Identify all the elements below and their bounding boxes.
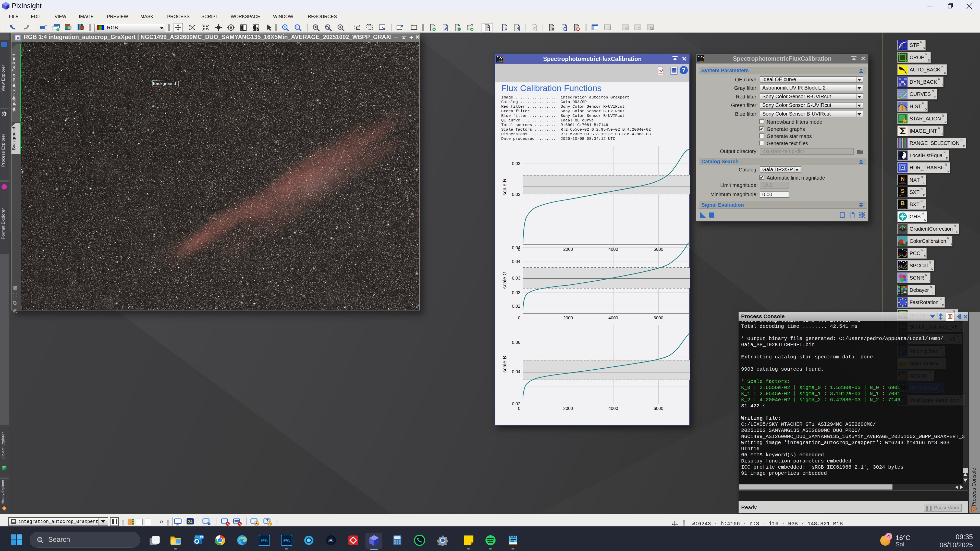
- svg-text:Ps: Ps: [261, 537, 268, 543]
- svg-text:0.04: 0.04: [512, 259, 520, 264]
- svg-text:scale R: scale R: [502, 179, 508, 196]
- svg-text:XTerminator: XTerminator: [899, 183, 906, 184]
- svg-text:6000: 6000: [654, 316, 663, 321]
- svg-text:scale G: scale G: [502, 272, 508, 289]
- svg-text:0.03: 0.03: [512, 276, 520, 281]
- svg-text:0: 0: [518, 406, 520, 411]
- svg-text:B: B: [900, 200, 905, 206]
- svg-text:24: 24: [188, 519, 192, 524]
- svg-text:6000: 6000: [654, 406, 663, 411]
- svg-text:N: N: [900, 176, 905, 182]
- svg-text:2000: 2000: [563, 316, 573, 321]
- svg-text:4000: 4000: [608, 316, 618, 321]
- svg-text:XTerminator: XTerminator: [899, 207, 906, 209]
- svg-text:scale B: scale B: [502, 356, 508, 373]
- svg-text:0.03: 0.03: [512, 161, 520, 166]
- svg-text:0.02: 0.02: [512, 402, 520, 407]
- svg-text:Ps: Ps: [283, 537, 290, 543]
- svg-text:0.04: 0.04: [512, 369, 520, 374]
- svg-text:4000: 4000: [608, 406, 618, 411]
- svg-text:S: S: [901, 188, 905, 194]
- svg-text:XTerminator: XTerminator: [899, 195, 906, 197]
- svg-text:0.03: 0.03: [512, 290, 520, 295]
- svg-text:0: 0: [518, 316, 520, 321]
- svg-text:0.02: 0.02: [512, 304, 520, 309]
- svg-text:2000: 2000: [563, 406, 573, 411]
- svg-text:0.06: 0.06: [512, 340, 520, 345]
- svg-text:0.03: 0.03: [512, 192, 520, 197]
- svg-text:0.04: 0.04: [512, 245, 520, 250]
